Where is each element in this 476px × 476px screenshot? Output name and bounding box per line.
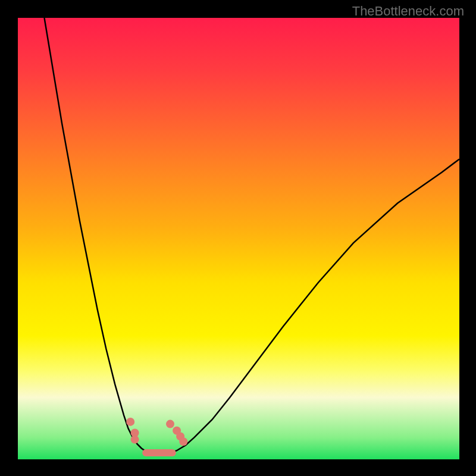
- watermark-text: TheBottleneck.com: [352, 4, 464, 19]
- right-curve: [168, 159, 459, 454]
- markers-group: [126, 418, 187, 453]
- left-curve: [45, 18, 151, 454]
- plot-area: [18, 18, 459, 459]
- data-marker: [179, 437, 187, 446]
- chart-svg: [18, 18, 459, 459]
- data-marker: [126, 418, 134, 426]
- data-marker: [131, 436, 139, 444]
- data-marker: [166, 420, 174, 428]
